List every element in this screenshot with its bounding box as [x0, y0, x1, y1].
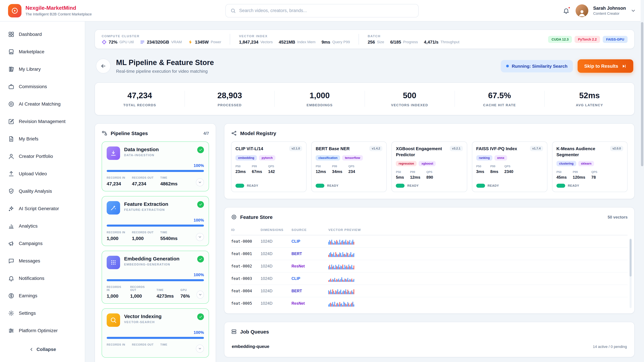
model-tags: embeddingpytorch	[236, 155, 302, 160]
model-metric-p99: P9967ms	[252, 164, 262, 174]
stage-stat-value: 76%	[180, 293, 190, 299]
vector-preview-bar	[348, 241, 348, 245]
sidebar-item-messages[interactable]: Messages	[4, 253, 81, 268]
avatar[interactable]	[576, 4, 588, 17]
job-queue-row[interactable]: embedding-queue14 active / 0 pending	[231, 340, 628, 350]
model-status: READY	[236, 184, 302, 188]
chevron-down-icon[interactable]	[196, 178, 204, 186]
status-group-title: COMPUTE CLUSTER	[102, 34, 221, 38]
model-metric-p99: P998ms	[490, 164, 498, 174]
feature-row-feat-0000[interactable]: feat-00001024DCLIP	[231, 235, 628, 248]
vector-preview-bar	[344, 265, 345, 270]
sidebar-item-commissions[interactable]: Commissions	[4, 79, 81, 94]
chevron-down-icon[interactable]	[196, 345, 204, 353]
model-status-label: READY	[568, 184, 579, 187]
stage-stat-records-out: RECORDS OUT	[132, 343, 154, 353]
stage-stat-value: 1,000	[107, 293, 124, 299]
stage-stat-value: 4862ms	[160, 181, 178, 186]
skip-to-results-button[interactable]: Skip to Results	[578, 59, 633, 73]
vector-preview-bar	[332, 279, 333, 282]
vector-preview-bar	[342, 291, 343, 294]
vector-preview-bar	[336, 252, 336, 257]
feature-row-feat-0002[interactable]: feat-00021024DResNet	[231, 260, 628, 273]
sidebar-item-platform-optimizer[interactable]: Platform Optimizer	[4, 323, 81, 338]
page-scrollbar[interactable]	[641, 0, 644, 362]
chevron-down-icon[interactable]	[630, 8, 636, 13]
back-button[interactable]	[96, 59, 111, 73]
vector-preview-bar	[346, 252, 347, 257]
chevron-down-icon[interactable]	[196, 233, 204, 241]
sidebar-item-label: Settings	[19, 310, 36, 316]
sidebar-item-quality-analysis[interactable]: Quality Analysis	[4, 184, 81, 198]
vector-preview-bar	[350, 266, 350, 270]
vector-preview	[328, 275, 628, 282]
vector-preview-bar	[350, 254, 350, 257]
chevron-down-icon[interactable]	[196, 291, 204, 299]
feature-dimensions: 1024D	[260, 289, 292, 293]
sidebar-item-dashboard[interactable]: Dashboard	[4, 27, 81, 41]
vector-preview-bar	[330, 279, 331, 282]
play-icon[interactable]	[8, 4, 22, 17]
feature-row-feat-0003[interactable]: feat-00031024DCLIP	[231, 273, 628, 285]
page-scrollbar-thumb[interactable]	[641, 22, 643, 166]
cluster-status-bar: COMPUTE CLUSTER72%GPU Util234/320GBVRAM1…	[94, 29, 634, 49]
sidebar-collapse-button[interactable]: Collapse	[4, 343, 81, 355]
model-version-badge: v2.1.0	[289, 146, 302, 151]
vector-preview-bar	[352, 302, 353, 307]
ready-pill	[396, 184, 405, 188]
model-metrics: P5045msP99120msQPS78	[556, 170, 623, 180]
status-group-title: VECTOR INDEX	[239, 34, 350, 38]
sidebar-item-creator-portfolio[interactable]: Creator Portfolio	[4, 149, 81, 164]
sidebar-item-analytics[interactable]: Analytics	[4, 219, 81, 233]
stage-name: Feature Extraction	[124, 201, 168, 207]
feature-table-scrollbar-thumb[interactable]	[630, 239, 632, 277]
sidebar-item-my-briefs[interactable]: My Briefs	[4, 131, 81, 146]
notifications-button[interactable]	[562, 6, 571, 15]
vector-preview	[328, 288, 628, 294]
sidebar-item-ai-script-generator[interactable]: AI Script Generator	[4, 201, 81, 216]
stage-top-row: Data IngestionDATA-INGESTION	[107, 146, 204, 160]
sidebar-item-ai-creator-matching[interactable]: AI Creator Matching	[4, 96, 81, 111]
sidebar-item-marketplace[interactable]: Marketplace	[4, 44, 81, 59]
feature-table-scrollbar[interactable]	[630, 238, 632, 308]
page-title: ML Pipeline & Feature Store	[116, 58, 214, 67]
pipeline-stages-card: Pipeline Stages 4/7 Data IngestionDATA-I…	[94, 123, 216, 362]
status-metric-label: Throughput	[440, 40, 460, 44]
sidebar-item-notifications[interactable]: Notifications	[4, 271, 81, 286]
sidebar-item-label: Campaigns	[19, 241, 42, 246]
sidebar-item-label: Messages	[19, 258, 40, 264]
sidebar-item-earnings[interactable]: Earnings	[4, 288, 81, 303]
summary-label: EMBEDDINGS	[275, 103, 364, 107]
stage-progress-percent: 100%	[107, 330, 204, 335]
stage-titles: Vector IndexingVECTOR-SEARCH	[124, 313, 162, 324]
sidebar-item-campaigns[interactable]: Campaigns	[4, 236, 81, 251]
shield-check-icon	[8, 188, 14, 194]
model-metric-value: 120ms	[573, 175, 585, 180]
search-input[interactable]	[239, 8, 414, 13]
vector-preview-bar	[346, 242, 347, 245]
model-metric-label: QPS	[504, 164, 513, 168]
stage-stat-label: TIME	[160, 343, 167, 346]
sidebar-item-settings[interactable]: Settings	[4, 306, 81, 321]
sidebar-item-revision-management[interactable]: Revision Management	[4, 114, 81, 129]
vector-preview-bar	[332, 254, 333, 257]
feature-row-feat-0005[interactable]: feat-00051024DResNet	[231, 297, 628, 307]
sidebar-item-label: Quality Analysis	[19, 188, 52, 194]
status-metric-value: 72%	[109, 39, 118, 44]
status-group-title: BATCH	[368, 34, 459, 38]
nodes-icon	[231, 130, 237, 136]
feature-store-header: Feature Store 50 vectors	[231, 214, 628, 220]
model-card-xgboost-engagement-predictor: XGBoost Engagement Predictorv3.2.1regres…	[392, 141, 467, 192]
status-metric: 256Size	[368, 39, 384, 44]
sidebar-item-my-library[interactable]: My Library	[4, 62, 81, 76]
job-queues-title: Job Queues	[240, 329, 269, 335]
feature-row-feat-0001[interactable]: feat-00011024DBERT	[231, 248, 628, 260]
feature-source: CLIP	[292, 239, 328, 243]
user-meta: Sarah Johnson Content Creator	[593, 6, 626, 15]
search-bar[interactable]	[226, 4, 418, 17]
pipeline-stage-data-ingestion: Data IngestionDATA-INGESTION100%RECORDS …	[102, 141, 209, 191]
feature-row-feat-0004[interactable]: feat-00041024DBERT	[231, 285, 628, 297]
vector-preview-bar	[328, 280, 329, 282]
model-card-top: BERT Base NERv1.4.2	[316, 146, 382, 152]
sidebar-item-upload-video[interactable]: Upload Video	[4, 166, 81, 181]
